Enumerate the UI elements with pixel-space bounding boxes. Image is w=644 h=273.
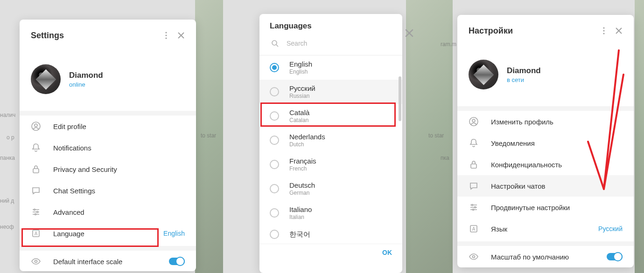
language-option[interactable]: CatalàCatalan <box>259 104 402 128</box>
avatar[interactable] <box>469 60 498 89</box>
menu-language[interactable]: A Language English <box>20 223 196 244</box>
svg-point-8 <box>35 214 36 215</box>
language-name: Català <box>289 109 309 116</box>
menu-notifications[interactable]: Notifications <box>20 137 196 158</box>
menu-edit-profile[interactable]: Edit profile <box>20 116 196 137</box>
profile-status: в сети <box>507 76 541 83</box>
bg-text: панка <box>0 155 15 161</box>
avatar[interactable] <box>31 64 61 94</box>
lock-icon <box>31 164 41 174</box>
svg-point-0 <box>165 32 167 33</box>
bg-text: пка <box>441 155 449 161</box>
language-value: Русский <box>598 225 623 232</box>
default-scale-row[interactable]: Default interface scale <box>20 251 196 271</box>
language-option[interactable]: ItalianoItalian <box>259 201 402 225</box>
chat-icon <box>31 185 41 196</box>
bell-icon <box>469 138 479 148</box>
close-button[interactable] <box>611 23 626 38</box>
bg-text: неоф <box>0 224 14 230</box>
default-scale-row[interactable]: Масштаб по умолчанию <box>457 246 634 267</box>
menu-label: Privacy and Security <box>53 165 185 173</box>
ok-button[interactable]: OK <box>259 244 402 261</box>
scrollbar[interactable] <box>399 76 401 121</box>
sliders-icon <box>31 207 41 217</box>
language-option[interactable]: NederlandsDutch <box>259 128 402 152</box>
radio-icon[interactable] <box>270 184 279 193</box>
language-option[interactable]: FrançaisFrench <box>259 152 402 177</box>
language-native: Catalan <box>289 117 309 123</box>
menu-chat-settings[interactable]: Chat Settings <box>20 180 196 201</box>
menu-language[interactable]: A Язык Русский <box>457 218 634 239</box>
sliders-icon <box>469 202 479 212</box>
menu-advanced[interactable]: Advanced <box>20 201 196 223</box>
language-native: Dutch <box>289 141 325 148</box>
svg-point-14 <box>603 30 604 31</box>
menu-notifications[interactable]: Уведомления <box>457 132 634 154</box>
radio-icon[interactable] <box>270 87 279 96</box>
panel-header: Languages <box>259 14 402 34</box>
menu-chat-settings[interactable]: Настройки чатов <box>457 175 634 197</box>
language-option[interactable]: РусскийRussian <box>259 80 402 104</box>
menu-label: Chat Settings <box>53 187 185 195</box>
language-option[interactable]: 한국어 <box>259 225 402 244</box>
scale-toggle[interactable] <box>607 253 623 260</box>
language-list: EnglishEnglishРусскийRussianCatalàCatala… <box>259 55 402 244</box>
profile-name: Diamond <box>507 66 541 75</box>
radio-icon[interactable] <box>270 208 279 218</box>
svg-text:A: A <box>35 231 38 236</box>
close-icon <box>405 29 413 39</box>
radio-icon[interactable] <box>270 160 279 169</box>
menu-label: Язык <box>491 225 586 233</box>
menu-privacy[interactable]: Privacy and Security <box>20 158 196 180</box>
svg-rect-5 <box>33 169 39 173</box>
panel-title: Настройки <box>469 26 596 36</box>
language-native: French <box>289 165 316 172</box>
menu-advanced[interactable]: Продвинутые настройки <box>457 197 634 218</box>
more-menu-button[interactable] <box>596 23 611 38</box>
bg-text: о р <box>7 134 14 141</box>
menu-privacy[interactable]: Конфиденциальность <box>457 154 634 175</box>
bg-text: to star <box>428 132 444 139</box>
language-name: Deutsch <box>289 181 315 189</box>
menu-label: Edit profile <box>53 123 185 130</box>
divider <box>457 241 634 246</box>
radio-icon[interactable] <box>270 111 279 121</box>
bg-text: to star <box>201 132 216 139</box>
panel-header: Настройки <box>457 15 634 47</box>
menu-label: Настройки чатов <box>491 182 623 190</box>
radio-icon[interactable] <box>270 230 279 239</box>
language-icon: A <box>469 224 479 234</box>
svg-point-7 <box>37 212 38 213</box>
svg-rect-18 <box>471 164 476 168</box>
language-option[interactable]: EnglishEnglish <box>259 55 402 80</box>
svg-point-1 <box>165 34 167 36</box>
profile-section: Diamond в сети <box>457 47 634 106</box>
language-native: Russian <box>289 93 315 99</box>
scale-toggle[interactable] <box>169 258 185 265</box>
eye-icon <box>469 252 479 262</box>
close-button[interactable] <box>174 28 189 43</box>
svg-point-17 <box>472 119 475 122</box>
svg-point-2 <box>165 37 167 39</box>
scale-label: Default interface scale <box>53 258 157 266</box>
menu-label: Изменить профиль <box>491 118 623 126</box>
svg-point-21 <box>473 209 474 211</box>
language-name: Русский <box>289 84 315 92</box>
divider <box>457 106 634 111</box>
profile-status: online <box>69 81 103 88</box>
chat-icon <box>469 181 479 191</box>
divider <box>20 111 196 116</box>
language-option[interactable]: DeutschGerman <box>259 177 402 201</box>
radio-icon[interactable] <box>270 136 279 145</box>
menu-label: Конфиденциальность <box>491 161 623 169</box>
more-menu-button[interactable] <box>159 28 174 43</box>
svg-point-4 <box>35 124 37 127</box>
language-icon: A <box>31 228 41 239</box>
search-row <box>259 34 402 55</box>
menu-edit-profile[interactable]: Изменить профиль <box>457 111 634 132</box>
search-input[interactable] <box>287 40 393 47</box>
lock-icon <box>469 159 479 170</box>
radio-icon[interactable] <box>270 63 279 72</box>
svg-point-19 <box>472 205 473 206</box>
language-name: English <box>289 60 312 68</box>
